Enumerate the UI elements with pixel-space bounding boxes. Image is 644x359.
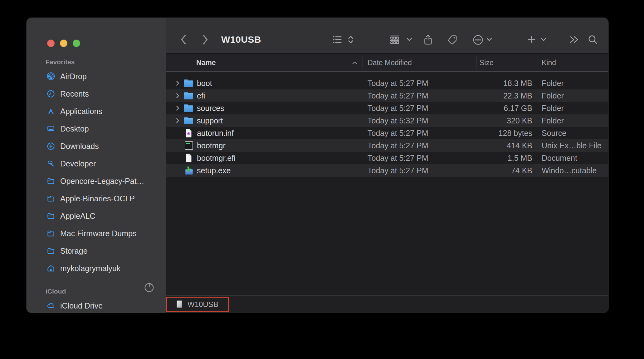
column-header-size[interactable]: Size	[480, 54, 494, 71]
sidebar-item-mac-firmware-dumps[interactable]: Mac Firmware Dumps	[27, 225, 166, 242]
sort-ascending-icon	[352, 61, 357, 65]
file-kind: Document	[542, 152, 577, 164]
sidebar-item-storage[interactable]: Storage	[27, 242, 166, 260]
file-list: boot Today at 5:27 PM 18.3 MB Folder efi…	[166, 77, 608, 177]
column-divider[interactable]	[537, 56, 537, 69]
folder-icon	[46, 177, 55, 185]
file-date-modified: Today at 5:27 PM	[368, 139, 428, 152]
file-name: setup.exe	[197, 164, 231, 177]
more-actions-icon[interactable]	[472, 34, 484, 45]
sidebar-item-label: Mac Firmware Dumps	[60, 229, 136, 238]
folder-icon	[46, 229, 55, 237]
home-icon	[46, 264, 55, 272]
file-kind: Windo…cutable	[542, 164, 597, 177]
sidebar-item-label: AppleALC	[60, 212, 95, 221]
sidebar-item-desktop[interactable]: Desktop	[27, 120, 166, 137]
search-icon[interactable]	[588, 35, 598, 45]
sidebar: Favorites AirDrop Recents Applications	[27, 18, 166, 313]
sidebar-item-label: Apple-Binaries-OCLP	[60, 194, 135, 203]
window-title: W10USB	[221, 34, 261, 45]
file-kind: Folder	[542, 77, 564, 89]
folder-icon	[46, 212, 55, 220]
table-row[interactable]: support Today at 5:32 PM 320 KB Folder	[166, 114, 608, 127]
disclosure-chevron-icon[interactable]	[175, 77, 180, 89]
sidebar-item-downloads[interactable]: Downloads	[27, 137, 166, 155]
unix-executable-icon	[183, 141, 194, 150]
path-bar: W10USB	[166, 295, 608, 313]
file-kind: Source	[542, 127, 566, 139]
desktop-icon	[46, 125, 55, 133]
file-kind: Unix Ex…ble File	[542, 139, 602, 152]
path-bar-volume[interactable]: W10USB	[166, 297, 229, 312]
sync-progress-pie-icon	[144, 282, 155, 293]
column-divider[interactable]	[363, 56, 363, 69]
file-size: 1.5 MB	[447, 152, 532, 164]
share-icon[interactable]	[424, 34, 432, 45]
group-by-icon[interactable]	[390, 35, 400, 44]
sidebar-item-icloud-drive[interactable]: iCloud Drive	[27, 297, 166, 313]
file-name: bootmgr	[197, 139, 226, 152]
chevron-down-icon[interactable]	[486, 38, 492, 41]
window-controls	[47, 40, 80, 47]
sidebar-item-applealc[interactable]: AppleALC	[27, 207, 166, 225]
sidebar-item-opencore-legacy-patcher[interactable]: Opencore-Legacy-Pat…	[27, 172, 166, 190]
file-date-modified: Today at 5:27 PM	[368, 127, 428, 139]
hammer-icon	[46, 160, 55, 168]
chevron-down-icon[interactable]	[541, 38, 546, 41]
file-kind: Folder	[542, 114, 564, 127]
chevron-down-icon[interactable]	[407, 38, 412, 41]
overflow-chevrons-icon[interactable]	[569, 35, 579, 44]
sidebar-item-developer[interactable]: Developer	[27, 155, 166, 172]
table-row[interactable]: autorun.inf Today at 5:27 PM 128 bytes S…	[166, 127, 608, 139]
airdrop-icon	[46, 72, 55, 80]
sidebar-item-airdrop[interactable]: AirDrop	[27, 68, 166, 85]
toolbar: W10USB	[166, 18, 608, 54]
tags-icon[interactable]	[447, 35, 457, 45]
download-circle-icon	[46, 142, 55, 150]
app-store-icon	[46, 107, 55, 115]
file-size: 22.3 MB	[447, 89, 532, 102]
sidebar-item-label: Applications	[60, 107, 102, 116]
column-divider[interactable]	[476, 56, 476, 69]
table-row[interactable]: boot Today at 5:27 PM 18.3 MB Folder	[166, 77, 608, 89]
forward-button[interactable]	[202, 34, 209, 45]
file-name: bootmgr.efi	[197, 152, 236, 164]
disclosure-chevron-icon[interactable]	[175, 114, 180, 127]
close-button[interactable]	[47, 40, 55, 47]
column-header-name[interactable]: Name	[196, 54, 216, 71]
table-row[interactable]: bootmgr.efi Today at 5:27 PM 1.5 MB Docu…	[166, 152, 608, 164]
file-size: 18.3 MB	[447, 77, 532, 89]
main-area: W10USB	[166, 18, 608, 313]
sidebar-item-recents[interactable]: Recents	[27, 85, 166, 103]
sidebar-item-apple-binaries-oclp[interactable]: Apple-Binaries-OCLP	[27, 190, 166, 207]
column-header-kind[interactable]: Kind	[542, 54, 556, 71]
file-kind: Folder	[542, 102, 564, 114]
disclosure-chevron-icon[interactable]	[175, 89, 180, 102]
sidebar-item-applications[interactable]: Applications	[27, 103, 166, 120]
file-size: 128 bytes	[447, 127, 532, 139]
sidebar-item-home[interactable]: mykolagrymalyuk	[27, 260, 166, 277]
back-button[interactable]	[180, 34, 187, 45]
file-name: efi	[197, 89, 205, 102]
table-row[interactable]: efi Today at 5:27 PM 22.3 MB Folder	[166, 89, 608, 102]
folder-icon	[183, 79, 194, 88]
view-list-icon[interactable]	[333, 35, 342, 44]
table-row[interactable]: setup.exe Today at 5:27 PM 74 KB Windo…c…	[166, 164, 608, 177]
add-icon[interactable]	[527, 35, 536, 44]
section-header: Favorites	[27, 56, 166, 68]
zoom-button[interactable]	[73, 40, 80, 47]
file-date-modified: Today at 5:32 PM	[368, 114, 428, 127]
sidebar-item-label: Developer	[60, 159, 96, 168]
column-header-date-modified[interactable]: Date Modified	[368, 54, 412, 71]
view-sort-chevrons-icon[interactable]	[348, 35, 354, 44]
minimize-button[interactable]	[60, 40, 67, 47]
file-size: 6.17 GB	[447, 102, 532, 114]
sidebar-item-label: iCloud Drive	[60, 301, 103, 310]
file-name: sources	[197, 102, 224, 114]
disclosure-chevron-icon[interactable]	[175, 102, 180, 114]
folder-icon	[183, 91, 194, 100]
sidebar-item-label: AirDrop	[60, 72, 87, 81]
setup-info-file-icon	[183, 128, 194, 138]
table-row[interactable]: sources Today at 5:27 PM 6.17 GB Folder	[166, 102, 608, 114]
table-row[interactable]: bootmgr Today at 5:27 PM 414 KB Unix Ex……	[166, 139, 608, 152]
